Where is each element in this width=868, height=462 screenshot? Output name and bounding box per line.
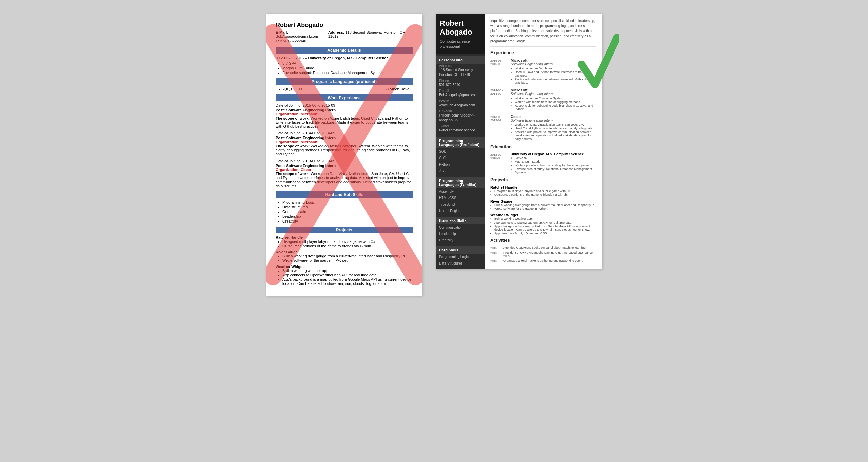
projects-section-left: Ratchet Handle Designed multiplayer laby… [276,235,413,286]
act-entry-3: 2016 Organized a local hacker's gatherin… [490,259,596,263]
act-year-1: 2015 [490,246,500,250]
section-education: Education [490,144,596,150]
exp-body-2: Microsoft Software Engineering Intern Wo… [511,88,596,111]
list-item: Wrote software for the gauge in Python. [282,258,413,262]
list-item: App connects to OpenWeatherMap API for r… [494,221,596,224]
exp-date-1: 2015-06 -2015-09 [490,58,508,85]
list-item: Built a working weather app. [282,269,413,273]
sidebar-header: RobertAbogado Computer science professio… [436,14,485,54]
list-item: Outsourced portions of the game to frien… [494,193,596,196]
list-item: Facilitated collaboration between teams … [515,78,596,84]
sidebar-section-hard: Hard Skills [436,246,485,254]
list-item: Designed multiplayer labyrinth and puzzl… [494,189,596,193]
list-item: Worked on Azure Container System. [515,97,596,100]
left-contact: E-Mail: BobAbogado@gmail.com Tel: 501-87… [276,30,413,43]
list-item: Worked on Azure Batch team. [515,67,596,70]
proj-name-3: Weather Widget [276,265,413,269]
left-email: E-Mail: BobAbogado@gmail.com [276,30,328,38]
edu-school-1: University of Oregon, M.S. Computer Scie… [511,152,596,156]
exp-entry-1: 2015-06 -2015-09 Microsoft Software Engi… [490,58,596,85]
exp-company-2: Microsoft [511,88,596,92]
exp-role-1: Software Engineering Intern [511,62,596,66]
proj-name-2: River Gauge [276,250,413,254]
linkedin-value: linkedin.com/in/robert-t-abogado-CS [436,113,485,124]
list-item: App's background is a map pulled from Go… [282,277,413,286]
list-item: 3.7 GPA [282,61,413,65]
edu-body-1: University of Oregon, M.S. Computer Scie… [511,152,596,174]
sidebar-section-personal: Personal Info [436,56,485,64]
left-name: Robert Abogado [276,22,413,29]
main-content: Inquisitive, energetic computer science … [485,14,602,269]
section-languages: Programic Languages (proficient) [276,78,413,85]
work-entry-1: Date of Joining: 2015-06 to 2015-09 Post… [276,103,413,128]
proj-name-right-2: River Gauge [490,199,596,203]
exp-date-2: 2014-06 -2014-09 [490,88,508,111]
work-entry-2: Date of Joining: 2014-06 to 2014-09 Post… [276,131,413,156]
skills-list: Programming Logic Data structures Commun… [282,200,413,223]
linkedin-label: LinkedIn [436,109,485,113]
proj-entry-right-3: Weather Widget Built a working weather a… [490,213,596,235]
work-post-1: Post: Software Engineering Intern [276,108,413,112]
proj-entry-right-1: Ratchet Handle Designed multiplayer laby… [490,185,596,196]
prog-typescript: TypeScript [436,201,485,208]
section-experience: Experience [490,50,596,56]
list-item: Used C and Python to write interfaces to… [515,127,596,130]
proj-entry-right-2: River Gauge Built a working river gauge … [490,199,596,210]
act-entry-1: 2015 Attended Quackcon. Spoke on panel a… [490,246,596,250]
proj-name-right-3: Weather Widget [490,213,596,217]
prog-java: Java [436,168,485,174]
prog-sql: SQL [436,148,485,155]
lang-left: • SQL, C, C++ [279,87,303,91]
sidebar-title: Computer science professional [440,39,481,49]
exp-bullets-3: Worked on Data Virtualization team, San … [515,123,596,141]
list-item: Outsourced portions of the game to frien… [282,244,413,248]
act-year-2: 2016 [490,251,500,258]
left-academic-bullets: 3.7 GPA Magna Cum Laude Favourite subjec… [282,61,413,75]
list-item: Designed multiplayer labyrinth and puzzl… [282,239,413,244]
list-item: Built a working river gauge from a culve… [494,203,596,207]
prog-html: HTML/CSS [436,195,485,201]
proj-name-1: Ratchet Handle [276,235,413,239]
sidebar: RobertAbogado Computer science professio… [436,14,485,269]
prog-python: Python [436,161,485,168]
edu-entry-1: 2012-09 -2016-05 University of Oregon, M… [490,152,596,174]
exp-entry-2: 2014-06 -2014-09 Microsoft Software Engi… [490,88,596,111]
exp-company-1: Microsoft [511,58,596,62]
prog-assembly: Assembly [436,188,485,195]
list-item: App's background is a map pulled from Go… [494,225,596,231]
exp-body-3: Cisco Software Engineering Intern Worked… [511,114,596,141]
left-address: Address: 118 Second Stoneway Poneton, OR… [328,30,413,38]
proj-bullets-right-2: Built a working river gauge from a culve… [494,203,596,210]
act-year-3: 2016 [490,259,500,263]
list-item: Wrote a popular column on coding for the… [515,164,596,167]
list-item: Assisted with project to improve communi… [515,130,596,141]
list-item: Magna Cum Laude [515,160,596,163]
work-org-1: Organization: Microsoft [276,112,413,116]
list-item: Creativity [282,219,413,223]
prog-unreal: Unreal Engine [436,208,485,214]
work-date-2: Date of Joining: 2014-06 to 2014-09 [276,131,413,135]
resume-right: RobertAbogado Computer science professio… [436,14,602,269]
work-org-2: Organization: Microsoft [276,140,413,144]
proj-bullets-right-1: Designed multiplayer labyrinth and puzzl… [494,189,596,196]
list-item: Responsible for debugging code branches … [515,104,596,111]
phone-value: 501-872-5940 [436,83,485,89]
section-projects: Projects [276,227,413,233]
exp-bullets-2: Worked on Azure Container System. Worked… [515,97,596,111]
biz-communication: Communication [436,224,485,231]
sidebar-name: RobertAbogado [440,19,481,37]
twitter-label: Twitter [436,124,485,128]
list-item: Leadership [282,214,413,218]
work-scope-3: The scope of work: Worked on Data Virtua… [276,172,413,188]
list-item: Built a working weather app. [494,217,596,220]
section-work: Work Experience [276,94,413,101]
sidebar-section-business: Business Skills [436,217,485,224]
left-academic-block: 09.2012-05.2016 – University of Oregon, … [276,56,413,60]
work-post-2: Post: Software Engineering Intern [276,136,413,140]
lang-right: • Python, Java [385,87,409,91]
list-item: Programming Logic [282,200,413,204]
work-date-3: Date of Joining: 2013-06 to 2013-09 [276,159,413,163]
section-skills: Hard and Soft Skills [276,191,413,198]
biz-creativity: Creativity [436,237,485,244]
list-item: App connects to OpenWeatherMap API for r… [282,273,413,277]
